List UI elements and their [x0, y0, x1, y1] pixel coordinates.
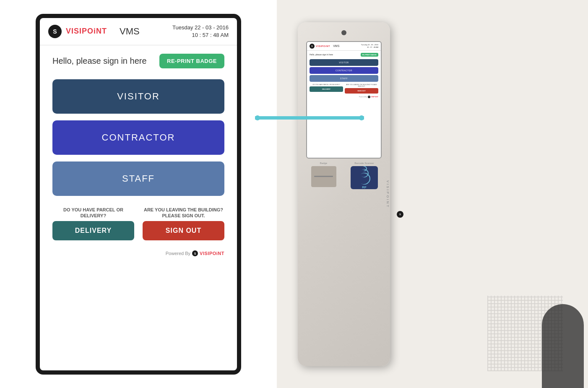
rfid-scanner: RF	[351, 166, 378, 189]
left-section: S VISIPOiNT VMS Tuesday 22 - 03 - 2016 1…	[0, 0, 277, 388]
powered-logo-icon: S	[192, 250, 198, 256]
rfid-waves	[359, 166, 370, 185]
greeting-text: Hello, please sign in here	[52, 56, 147, 66]
delivery-button[interactable]: DELIVERY	[52, 221, 134, 240]
kiosk-side-logo: S	[397, 211, 403, 218]
signout-button[interactable]: SIGN OUT	[143, 221, 224, 240]
badge-slot	[311, 166, 336, 187]
kiosk-camera	[341, 30, 346, 35]
mini-delivery-button[interactable]: DELIVERY	[310, 86, 343, 92]
kiosk-side-text: VISIPOiNT	[386, 180, 390, 208]
connector-bar	[255, 116, 364, 120]
greeting-row: Hello, please sign in here RE-PRINT BADG…	[52, 54, 224, 68]
kiosk-screen-large: S VISIPOiNT VMS Tuesday 22 - 03 - 2016 1…	[40, 18, 237, 370]
mini-visitor-button[interactable]: VISITOR	[310, 59, 378, 66]
rfid-text: RF	[362, 185, 367, 189]
physical-kiosk-device: S VISIPOiNT VMS Tuesday 22 - 03 - 2016 1…	[298, 22, 390, 366]
badge-label: Badge	[320, 162, 327, 164]
mini-signout-button[interactable]: SIGN OUT	[345, 88, 378, 94]
vms-label: VMS	[120, 26, 140, 37]
contractor-button[interactable]: CONTRACTOR	[52, 120, 224, 155]
visitor-button[interactable]: VISITOR	[52, 79, 224, 114]
connector-dot-right	[359, 115, 364, 120]
mini-powered-brand: VISIPOiNT	[371, 96, 378, 98]
mini-screen-header: S VISIPOiNT VMS Tuesday 22 - 03 - 2016 1…	[307, 42, 381, 51]
kiosk-mini-screen: S VISIPOiNT VMS Tuesday 22 - 03 - 2016 1…	[306, 41, 382, 159]
right-section: S VISIPOiNT VMS Tuesday 22 - 03 - 2016 1…	[277, 0, 588, 388]
kiosk-large-frame: S VISIPOiNT VMS Tuesday 22 - 03 - 2016 1…	[36, 14, 241, 375]
bottom-row: DO YOU HAVE PARCEL OR DELIVERY? DELIVERY…	[52, 207, 224, 241]
badge-section: Badge	[305, 162, 342, 189]
screen-header: S VISIPOiNT VMS Tuesday 22 - 03 - 2016 1…	[40, 18, 237, 45]
mini-logo-icon: S	[310, 44, 315, 49]
mini-powered-footer: Powered By S VISIPOiNT	[310, 96, 378, 98]
dark-figure-silhouette	[542, 304, 584, 388]
mini-brand: VISIPOiNT	[316, 45, 330, 47]
visipoint-logo-icon: S	[48, 25, 62, 38]
scanner-label: Barcode Scanner	[354, 162, 374, 164]
brand-name: VISIPOiNT	[66, 27, 107, 36]
powered-by-footer: Powered By S VISIPOiNT	[52, 250, 224, 256]
mini-vms: VMS	[333, 44, 339, 47]
signout-action: ARE YOU LEAVING THE BUILDING? PLEASE SIG…	[143, 207, 224, 241]
mini-greeting-row: Hello, please sign in here RE-PRINT BADG…	[310, 53, 378, 57]
mini-screen-content: Hello, please sign in here RE-PRINT BADG…	[307, 51, 381, 158]
mini-datetime: Tuesday 22 - 03 - 2016 10 : 57 : 48 AM	[361, 44, 378, 48]
mini-powered-logo: S	[368, 96, 370, 98]
powered-brand: VISIPOiNT	[200, 251, 224, 256]
mini-greeting: Hello, please sign in here	[310, 53, 333, 56]
mini-bottom-row: DO YOU HAVE PARCEL OR DELIVERY? DELIVERY…	[310, 84, 378, 94]
signout-label: ARE YOU LEAVING THE BUILDING? PLEASE SIG…	[143, 207, 224, 219]
screen-content: Hello, please sign in here RE-PRINT BADG…	[40, 45, 237, 370]
kiosk-lower-section: Badge Barcode Scanner	[303, 162, 385, 189]
badge-slot-inner	[314, 176, 333, 177]
mini-contractor-button[interactable]: CONTRACTOR	[310, 67, 378, 74]
mini-reprint-button[interactable]: RE-PRINT BADGE	[361, 53, 378, 57]
delivery-action: DO YOU HAVE PARCEL OR DELIVERY? DELIVERY	[52, 207, 134, 241]
staff-button[interactable]: STAFF	[52, 161, 224, 196]
scanner-section: Barcode Scanner RF	[346, 162, 383, 189]
mini-staff-button[interactable]: STAFF	[310, 75, 378, 82]
delivery-label: DO YOU HAVE PARCEL OR DELIVERY?	[52, 207, 134, 219]
datetime-display: Tuesday 22 - 03 - 2016 10 : 57 : 48 AM	[172, 24, 229, 39]
mini-delivery-action: DO YOU HAVE PARCEL OR DELIVERY? DELIVERY	[310, 84, 343, 94]
connector-line	[255, 115, 364, 120]
mini-delivery-label: DO YOU HAVE PARCEL OR DELIVERY?	[313, 84, 340, 86]
mini-signout-label: ARE YOU LEAVING THE BUILDING? PLEASE SIG…	[345, 84, 378, 87]
reprint-badge-button[interactable]: RE-PRINT BADGE	[159, 54, 224, 68]
rfid-arc-3	[356, 170, 373, 187]
mini-signout-action: ARE YOU LEAVING THE BUILDING? PLEASE SIG…	[345, 84, 378, 94]
